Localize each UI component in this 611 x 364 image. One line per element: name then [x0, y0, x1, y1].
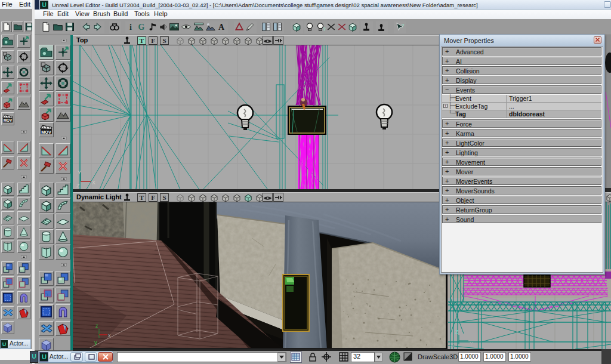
svg-text:x: x [108, 332, 111, 338]
svg-text:y: y [94, 340, 97, 346]
svg-text:Z: Z [76, 183, 80, 189]
svg-text:z: z [95, 323, 98, 329]
svg-text:X: X [92, 180, 95, 186]
svg-text:U: U [32, 353, 36, 360]
svg-text:U: U [42, 2, 46, 8]
svg-text:MOV: MOV [4, 118, 13, 122]
svg-text:X: X [450, 342, 454, 348]
svg-text:MOV: MOV [41, 129, 51, 135]
svg-text:U: U [42, 353, 47, 360]
svg-text:Y: Y [470, 341, 473, 347]
svg-text:Z: Z [455, 329, 459, 335]
svg-text:Y: Y [78, 169, 81, 175]
svg-text:?: ? [401, 23, 405, 29]
svg-text:U: U [2, 341, 7, 347]
svg-text:G: G [138, 23, 145, 32]
svg-text:i: i [129, 23, 132, 32]
svg-text:A: A [218, 23, 224, 32]
